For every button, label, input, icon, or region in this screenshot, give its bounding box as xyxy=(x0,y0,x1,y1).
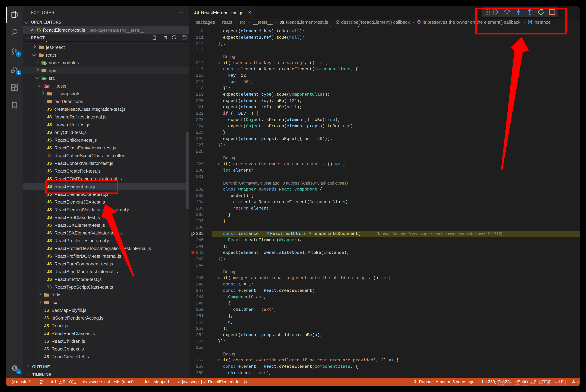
svg-text:@: @ xyxy=(498,378,506,387)
